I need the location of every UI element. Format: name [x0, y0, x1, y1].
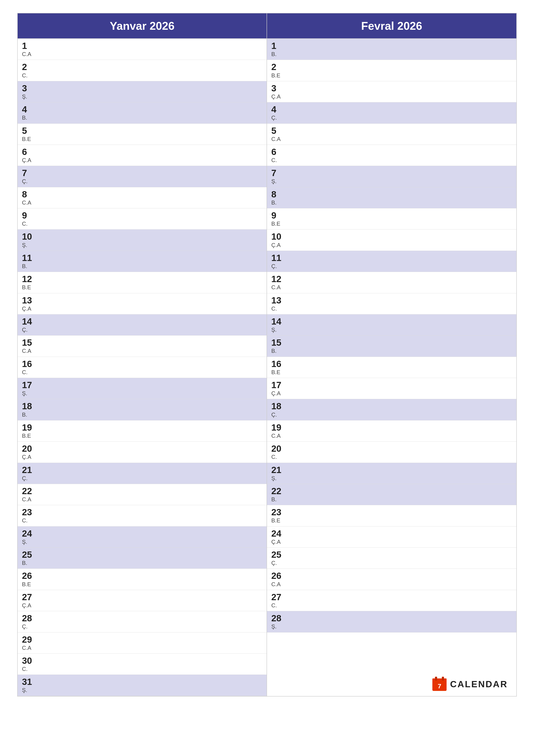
- day-number: 13: [271, 295, 291, 305]
- day-name: C.: [22, 369, 41, 376]
- day-row: 27C.: [267, 590, 516, 611]
- day-number: 1: [271, 41, 291, 51]
- jan-column: 28Ç.: [18, 611, 267, 632]
- day-name: B.: [271, 51, 291, 58]
- day-row: 10Ş.: [18, 230, 267, 251]
- jan-column: 12B.E: [18, 272, 267, 293]
- day-number: 17: [22, 380, 41, 390]
- day-name: C.A: [271, 581, 291, 588]
- day-number: 20: [22, 444, 41, 454]
- day-number: 6: [271, 147, 291, 157]
- day-name: Ç.A: [22, 602, 41, 609]
- day-number: 2: [271, 62, 291, 72]
- jan-column: 2C.: [18, 60, 267, 81]
- day-number: 19: [271, 422, 291, 433]
- day-number: 10: [271, 232, 291, 242]
- day-name: Ş.: [271, 178, 291, 185]
- jan-column: 9C.: [18, 208, 267, 230]
- day-name: Ç.: [22, 623, 41, 630]
- day-name: B.E: [271, 517, 291, 524]
- day-row: 24Ş.: [18, 526, 267, 548]
- day-row: 22C.A: [18, 484, 267, 505]
- jan-column: 22C.A: [18, 484, 267, 505]
- day-row: 17Ş.: [18, 378, 267, 399]
- day-number: 22: [271, 486, 291, 496]
- day-name: B.: [22, 560, 41, 566]
- feb-column: 10Ç.A: [267, 230, 516, 251]
- day-name: Ç.: [22, 475, 41, 482]
- day-number: 5: [271, 126, 291, 136]
- feb-column: 18Ç.: [267, 399, 516, 420]
- day-row: 9C.: [18, 208, 267, 230]
- day-row: 12B.E: [18, 272, 267, 293]
- day-name: B.E: [22, 581, 41, 588]
- day-number: 7: [22, 168, 41, 178]
- day-row: 6Ç.A: [18, 145, 267, 166]
- day-name: C.: [271, 305, 291, 312]
- feb-column: 13C.: [267, 293, 516, 314]
- day-number: 31: [22, 677, 41, 687]
- day-number: 9: [271, 210, 291, 221]
- day-name: C.A: [271, 433, 291, 439]
- day-row: 20C.: [267, 442, 516, 463]
- day-row: 2B.E: [267, 60, 516, 81]
- feb-column: 14Ş.: [267, 314, 516, 336]
- day-number: 15: [22, 338, 41, 348]
- day-number: 16: [271, 359, 291, 369]
- feb-column: 11Ç.: [267, 251, 516, 272]
- day-number: 8: [22, 189, 41, 199]
- jan-column: 11B.: [18, 251, 267, 272]
- day-row: 14Ç.: [18, 314, 267, 336]
- feb-column: 16B.E: [267, 357, 516, 378]
- day-number: 23: [22, 507, 41, 517]
- feb-title: Fevral 2026: [361, 20, 422, 32]
- day-name: B.E: [22, 136, 41, 143]
- day-number: 24: [22, 528, 41, 539]
- day-row: 9B.E: [267, 208, 516, 230]
- jan-column: 15C.A: [18, 336, 267, 357]
- day-row: 19C.A: [267, 420, 516, 442]
- day-name: B.: [22, 263, 41, 270]
- day-row: 11B.: [18, 251, 267, 272]
- day-row: 22B.: [267, 484, 516, 505]
- feb-header: Fevral 2026: [267, 14, 516, 39]
- day-number: 18: [22, 401, 41, 411]
- day-row: 27Ç.A: [18, 590, 267, 611]
- day-row: 18B.: [18, 399, 267, 420]
- day-row: 21Ç.: [18, 463, 267, 484]
- day-name: C.: [271, 602, 291, 609]
- day-row: 1B.: [267, 39, 516, 60]
- calendar-icon: 7: [432, 677, 447, 692]
- jan-column: 10Ş.: [18, 230, 267, 251]
- day-name: Ş.: [22, 390, 41, 397]
- day-row: 11Ç.: [267, 251, 516, 272]
- day-name: B.: [22, 115, 41, 121]
- day-number: 19: [22, 422, 41, 433]
- month-headers: Yanvar 2026 Fevral 2026: [18, 14, 516, 39]
- day-number: 23: [271, 507, 291, 517]
- jan-column: 14Ç.: [18, 314, 267, 336]
- calendar-wrapper: Yanvar 2026 Fevral 2026 1C.A1B.2C.2B.E3Ş…: [17, 13, 517, 696]
- day-name: Ç.: [22, 178, 41, 185]
- day-row: 3Ç.A: [267, 81, 516, 102]
- day-number: 25: [271, 550, 291, 560]
- day-number: 12: [22, 274, 41, 284]
- bottom-section: 29C.A30C.31Ş. 7 CALENDAR: [18, 633, 516, 696]
- day-row: 28Ç.: [18, 611, 267, 632]
- feb-column: 20C.: [267, 442, 516, 463]
- jan-column: 17Ş.: [18, 378, 267, 399]
- feb-column: 21Ş.: [267, 463, 516, 484]
- day-number: 27: [22, 592, 41, 602]
- day-row: 7Ş.: [267, 166, 516, 187]
- day-number: 1: [22, 41, 41, 51]
- day-number: 3: [271, 83, 291, 93]
- day-number: 18: [271, 401, 291, 411]
- day-number: 26: [22, 571, 41, 581]
- jan-column: 26B.E: [18, 569, 267, 590]
- day-number: 9: [22, 210, 41, 221]
- day-number: 27: [271, 592, 291, 602]
- logo-text: CALENDAR: [450, 679, 508, 689]
- day-row: 16C.: [18, 357, 267, 378]
- jan-column: 20Ç.A: [18, 442, 267, 463]
- jan-title: Yanvar 2026: [110, 20, 175, 32]
